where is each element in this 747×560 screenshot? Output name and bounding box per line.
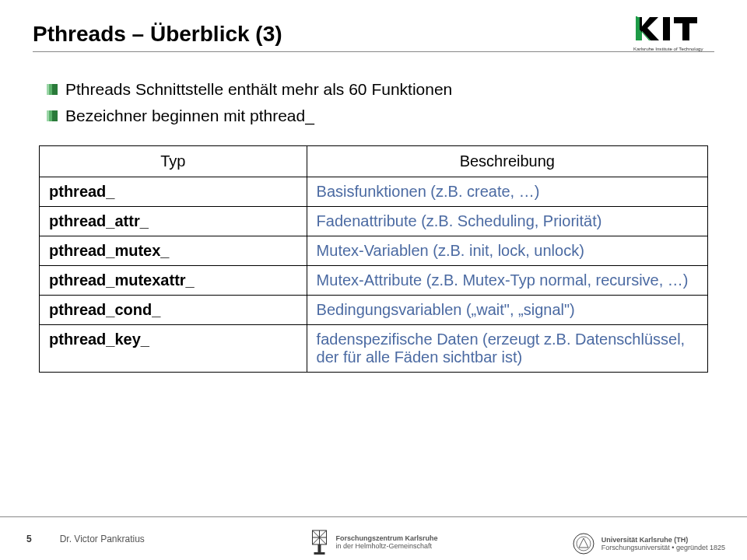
- table-header-desc: Beschreibung: [307, 146, 707, 177]
- table-row: pthread_attr_ Fadenattribute (z.B. Sched…: [40, 207, 708, 236]
- bullet-item: Pthreads Schnittstelle enthält mehr als …: [47, 80, 714, 99]
- table-row: pthread_ Basisfunktionen (z.B. create, ……: [40, 177, 708, 207]
- cell-typ: pthread_cond_: [40, 296, 307, 325]
- table-row: pthread_mutex_ Mutex-Variablen (z.B. ini…: [40, 236, 708, 266]
- bullet-text: Bezeichner beginnen mit pthread_: [65, 107, 314, 125]
- cell-typ: pthread_key_: [40, 325, 307, 373]
- bullet-item: Bezeichner beginnen mit pthread_: [47, 107, 714, 125]
- svg-rect-6: [47, 110, 49, 121]
- footer-right-line2: Forschungsuniversität • gegründet 1825: [601, 544, 725, 551]
- uni-logo-icon: [572, 532, 595, 555]
- kit-logo-sub: Karlsruhe Institute of Technology: [633, 46, 704, 51]
- title-underline: [33, 51, 714, 52]
- table: Typ Beschreibung pthread_ Basisfunktione…: [33, 145, 714, 373]
- table-header-row: Typ Beschreibung: [40, 146, 708, 177]
- cell-desc: fadenspezifische Daten (erzeugt z.B. Dat…: [307, 325, 707, 373]
- footer-center-logo: Forschungszentrum Karlsruhe in der Helmh…: [309, 529, 437, 555]
- svg-rect-3: [47, 84, 49, 95]
- cell-typ: pthread_mutex_: [40, 236, 307, 266]
- cell-desc: Fadenattribute (z.B. Scheduling, Priorit…: [307, 207, 707, 236]
- svg-rect-12: [317, 544, 321, 552]
- cell-typ: pthread_mutexattr_: [40, 266, 307, 296]
- svg-rect-13: [314, 552, 324, 555]
- cell-desc: Basisfunktionen (z.B. create, …): [307, 177, 707, 207]
- table-header-typ: Typ: [40, 146, 307, 177]
- slide: Karlsruhe Institute of Technology Pthrea…: [0, 0, 747, 560]
- footer-center-line1: Forschungszentrum Karlsruhe: [335, 534, 437, 542]
- table-row: pthread_mutexattr_ Mutex-Attribute (z.B.…: [40, 266, 708, 296]
- footer-author: Dr. Victor Pankratius: [60, 534, 145, 544]
- table-row: pthread_key_ fadenspezifische Daten (erz…: [40, 325, 708, 373]
- cell-typ: pthread_attr_: [40, 207, 307, 236]
- bullet-text: Pthreads Schnittstelle enthält mehr als …: [65, 80, 452, 99]
- cell-desc: Mutex-Attribute (z.B. Mutex-Typ normal, …: [307, 266, 707, 296]
- bullet-icon: [47, 110, 58, 121]
- slide-title: Pthreads – Überblick (3): [33, 22, 714, 47]
- footer-center-line2: in der Helmholtz-Gemeinschaft: [335, 542, 437, 550]
- fzk-logo-icon: [309, 529, 329, 555]
- bullet-list: Pthreads Schnittstelle enthält mehr als …: [47, 80, 714, 125]
- page-number: 5: [26, 534, 32, 544]
- footer-right-line1: Universität Karlsruhe (TH): [601, 536, 725, 544]
- kit-logo: Karlsruhe Institute of Technology: [633, 14, 719, 54]
- cell-typ: pthread_: [40, 177, 307, 207]
- footer: 5 Dr. Victor Pankratius Forschungszentru…: [0, 516, 747, 560]
- cell-desc: Bedingungsvariablen („wait", „signal"): [307, 296, 707, 325]
- bullet-icon: [47, 84, 58, 95]
- cell-desc: Mutex-Variablen (z.B. init, lock, unlock…: [307, 236, 707, 266]
- footer-right-logo: Universität Karlsruhe (TH) Forschungsuni…: [572, 532, 725, 555]
- svg-rect-0: [663, 17, 670, 40]
- table-row: pthread_cond_ Bedingungsvariablen („wait…: [40, 296, 708, 325]
